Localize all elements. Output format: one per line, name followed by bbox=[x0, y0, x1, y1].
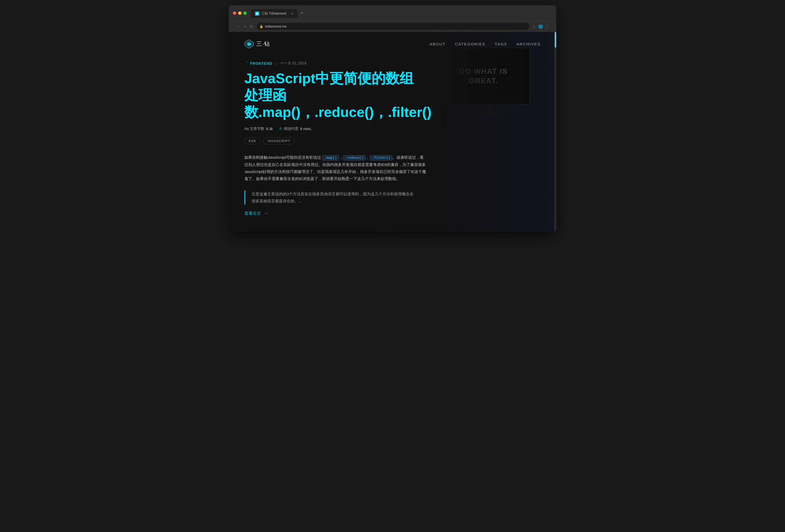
close-button[interactable] bbox=[233, 11, 236, 15]
tab-favicon bbox=[255, 11, 259, 16]
nav-buttons: ← → ↻ bbox=[236, 24, 254, 29]
read-time-value: 8 mins. bbox=[300, 127, 312, 131]
logo-text: 三·钻 bbox=[256, 40, 270, 48]
refresh-button[interactable]: ↻ bbox=[250, 24, 254, 29]
meta-word-count: Aa 文章字数 9.3k bbox=[244, 127, 273, 131]
back-button[interactable]: ← bbox=[236, 24, 241, 29]
article-category: 『 FRONTEND 』 十一月 02, 2019 bbox=[244, 61, 426, 66]
article-content: 『 FRONTEND 』 十一月 02, 2019 JavaScript中更简便… bbox=[229, 56, 442, 232]
tag-es6[interactable]: ES6 bbox=[244, 137, 260, 144]
address-wrapper: 🔒 bbox=[257, 23, 529, 30]
site-logo[interactable]: 三·钻 bbox=[244, 39, 270, 49]
tab-label: 三钻 TriDiamond bbox=[261, 11, 286, 16]
inline-code-reduce: .reduce() bbox=[343, 155, 366, 161]
traffic-lights bbox=[233, 11, 247, 15]
scrollbar-track bbox=[554, 32, 556, 232]
maximize-button[interactable] bbox=[243, 11, 247, 15]
inline-code-map: .map() bbox=[322, 155, 339, 161]
minimize-button[interactable] bbox=[238, 11, 242, 15]
article-title: JavaScript中更简便的数组处理函数.map()，.reduce()，.f… bbox=[244, 70, 426, 120]
category-name[interactable]: FRONTEND bbox=[250, 61, 272, 65]
article-date: 十一月 02, 2019 bbox=[280, 61, 306, 66]
active-tab[interactable]: 三钻 TriDiamond ✕ bbox=[251, 9, 298, 18]
article-body: 如果你刚接触JavaScript可能你还没有听说过 .map()，.reduce… bbox=[244, 154, 426, 182]
category-open-bracket: 『 bbox=[244, 61, 248, 66]
read-more-label: 查看全文 bbox=[244, 211, 261, 216]
browser-titlebar: 三钻 TriDiamond ✕ + ← → ↻ 🔒 ☆ 🌐 ⋮ bbox=[229, 5, 556, 32]
nav-tags[interactable]: TAGS bbox=[495, 42, 507, 46]
browser-window: 三钻 TriDiamond ✕ + ← → ↻ 🔒 ☆ 🌐 ⋮ bbox=[229, 5, 556, 232]
clock-icon: ⏱ bbox=[279, 127, 282, 131]
tab-bar: 三钻 TriDiamond ✕ + bbox=[251, 8, 552, 18]
read-more-arrow-icon: → bbox=[263, 211, 268, 216]
menu-icon[interactable]: ⋮ bbox=[545, 24, 549, 29]
article-meta: Aa 文章字数 9.3k ⏱ 阅读约需 8 mins. bbox=[244, 127, 426, 131]
tab-close-icon[interactable]: ✕ bbox=[291, 12, 294, 15]
article-tags: ES6 JAVASCRIPT bbox=[244, 137, 426, 144]
svg-marker-0 bbox=[256, 12, 258, 15]
blockquote: 注意这遍文章说的的3个方法其实在很多其他语言都可以使用到，因为这几个方法和使用概… bbox=[244, 190, 416, 205]
address-bar-row: ← → ↻ 🔒 ☆ 🌐 ⋮ bbox=[233, 21, 552, 32]
nav-links: ABOUT CATEGORIES TAGS ARCHIVES bbox=[430, 42, 541, 46]
word-count-value: 9.3k bbox=[266, 127, 273, 131]
meta-read-time: ⏱ 阅读约需 8 mins. bbox=[279, 127, 312, 131]
tag-javascript[interactable]: JAVASCRIPT bbox=[263, 137, 295, 144]
site-nav: 三·钻 ABOUT CATEGORIES TAGS ARCHIVES bbox=[229, 32, 556, 56]
lock-icon: 🔒 bbox=[259, 25, 263, 28]
category-close-bracket: 』 bbox=[275, 61, 278, 66]
browser-controls: 三钻 TriDiamond ✕ + bbox=[233, 8, 552, 21]
nav-categories[interactable]: CATEGORIES bbox=[455, 42, 485, 46]
logo-icon bbox=[244, 39, 254, 49]
scrollbar-thumb[interactable] bbox=[555, 32, 556, 48]
article-body-text: 如果你刚接触JavaScript可能你还没有听说过 .map()，.reduce… bbox=[244, 154, 426, 182]
bookmark-icon[interactable]: ☆ bbox=[532, 24, 536, 29]
blockquote-text: 注意这遍文章说的的3个方法其实在很多其他语言都可以使用到，因为这几个方法和使用概… bbox=[252, 190, 416, 205]
inline-code-filter: .filter() bbox=[370, 155, 392, 161]
nav-archives[interactable]: ARCHIVES bbox=[516, 42, 541, 46]
forward-button[interactable]: → bbox=[243, 24, 248, 29]
address-input[interactable] bbox=[257, 23, 529, 30]
extension-icon[interactable]: 🌐 bbox=[538, 24, 543, 29]
read-time-label: 阅读约需 bbox=[284, 127, 298, 131]
website-content: DO WHAT IS GREAT. 三·钻 bbox=[229, 32, 556, 232]
new-tab-button[interactable]: + bbox=[299, 8, 306, 18]
word-count-label: Aa 文章字数 bbox=[244, 127, 264, 131]
nav-about[interactable]: ABOUT bbox=[430, 42, 446, 46]
read-more-link[interactable]: 查看全文 → bbox=[244, 211, 426, 216]
browser-actions: ☆ 🌐 ⋮ bbox=[532, 24, 549, 29]
